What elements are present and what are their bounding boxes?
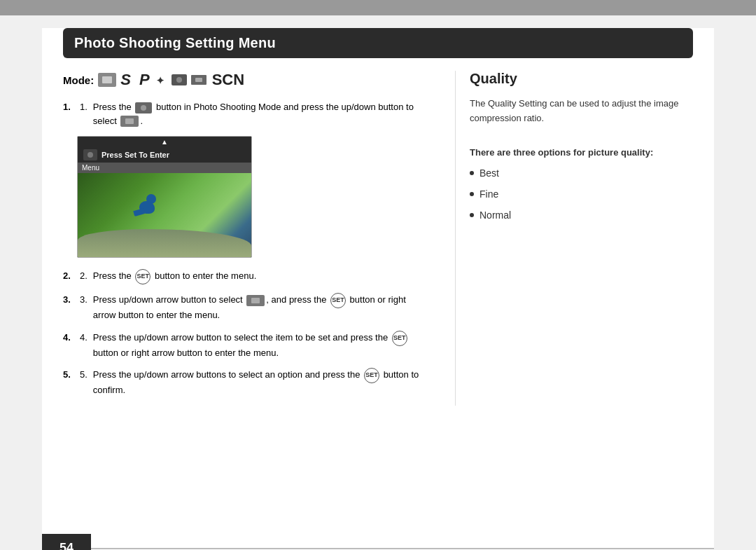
- quality-icon-step1: [120, 116, 139, 127]
- page-number: 54: [59, 541, 74, 550]
- mode-line: Mode: S P SCN: [63, 71, 427, 89]
- quality-description: The Quality Setting can be used to adjus…: [470, 97, 693, 126]
- scroll-arrow-up: ▲: [78, 137, 251, 147]
- mode-symbols: [172, 74, 208, 85]
- page-number-box: 54: [42, 534, 91, 550]
- menu-label-bar: Menu: [78, 163, 251, 173]
- scn-text: SCN: [212, 71, 244, 89]
- step-1-text: Press the button in Photo Shooting Mode …: [93, 100, 427, 128]
- mode-label: Mode:: [63, 74, 94, 86]
- step-list-continued: 2. Press the SET button to enter the men…: [63, 269, 427, 397]
- step-4: 4. Press the up/down arrow button to sel…: [63, 331, 427, 360]
- quality-icon-inline-mode: [191, 75, 206, 85]
- camera-image-area: [78, 173, 251, 257]
- option-normal-label: Normal: [479, 209, 511, 221]
- step-1: 1. Press the button in Photo Shooting Mo…: [63, 100, 427, 128]
- step-2-number: 2.: [80, 269, 88, 284]
- sun-symbol-icon: [156, 74, 167, 85]
- set-btn-2: SET: [135, 269, 150, 284]
- mode-camera-icon2: [172, 74, 187, 85]
- bullet-best: [470, 171, 474, 175]
- step-3-text: Press up/down arrow button to select , a…: [93, 293, 427, 322]
- quality-options-intro: There are three options for picture qual…: [470, 147, 693, 158]
- set-btn-4: SET: [392, 331, 407, 346]
- page-title: Photo Shooting Setting Menu: [74, 35, 682, 51]
- bird-silhouette: [134, 194, 162, 229]
- step-3-number: 3.: [80, 293, 88, 322]
- step-4-text: Press the up/down arrow button to select…: [93, 331, 427, 360]
- bird-tail: [133, 208, 146, 216]
- menu-label-text: Menu: [82, 164, 99, 172]
- press-set-label: Press Set To Enter: [102, 151, 169, 159]
- step-5-text: Press the up/down arrow buttons to selec…: [93, 368, 427, 397]
- step-3: 3. Press up/down arrow button to select …: [63, 293, 427, 322]
- quality-option-normal: Normal: [470, 209, 693, 221]
- step-2: 2. Press the SET button to enter the men…: [63, 269, 427, 284]
- step-2-text: Press the SET button to enter the menu.: [93, 269, 427, 284]
- bullet-normal: [470, 213, 474, 217]
- quality-title: Quality: [470, 71, 693, 87]
- set-btn-5: SET: [364, 368, 379, 383]
- step-1-number: 1.: [80, 100, 88, 128]
- mode-letters: S P: [120, 71, 151, 89]
- camera-preview-top: Press Set To Enter: [78, 147, 251, 163]
- camera-icon-preview: [83, 149, 97, 160]
- header-bar: Photo Shooting Setting Menu: [63, 28, 693, 58]
- page-footer: 54: [42, 534, 714, 550]
- quality-icon-step3: [246, 295, 265, 306]
- set-btn-3: SET: [330, 293, 346, 308]
- page-container: Photo Shooting Setting Menu Mode: S P SC…: [42, 28, 714, 550]
- quality-option-best: Best: [470, 167, 693, 179]
- option-best-label: Best: [479, 167, 499, 179]
- step-5: 5. Press the up/down arrow buttons to se…: [63, 368, 427, 397]
- camera-preview: ▲ Press Set To Enter Menu: [77, 136, 252, 258]
- bullet-fine: [470, 192, 474, 196]
- step-4-number: 4.: [80, 331, 88, 360]
- step-list: 1. Press the button in Photo Shooting Mo…: [63, 100, 427, 128]
- camera-btn-icon-1: [135, 102, 152, 114]
- option-fine-label: Fine: [479, 188, 498, 200]
- mode-camera-icon: [98, 73, 116, 87]
- right-column: Quality The Quality Setting can be used …: [455, 71, 693, 406]
- top-bar: [0, 0, 756, 15]
- step-5-number: 5.: [80, 368, 88, 397]
- quality-option-fine: Fine: [470, 188, 693, 200]
- rocks-area: [78, 229, 251, 257]
- content-area: Mode: S P SCN 1. Press the button in Pho…: [63, 71, 693, 406]
- left-column: Mode: S P SCN 1. Press the button in Pho…: [63, 71, 434, 406]
